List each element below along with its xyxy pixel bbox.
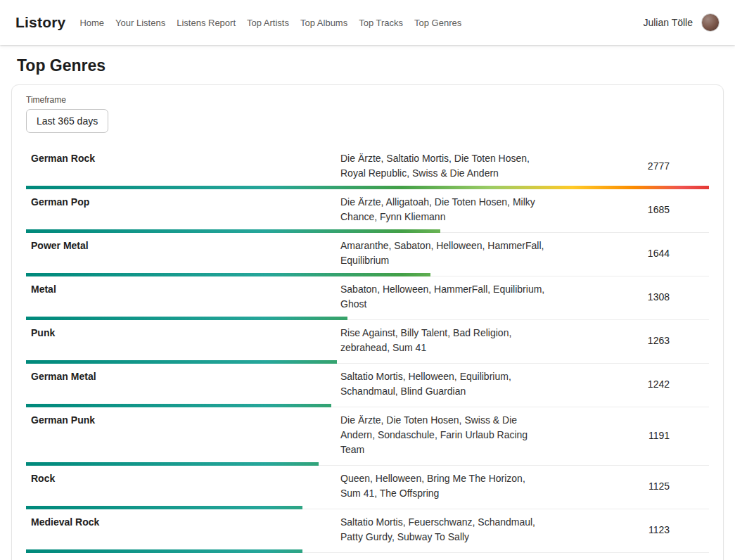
- page-title: Top Genres: [17, 56, 735, 75]
- genre-top-artists: Queen, Helloween, Bring Me The Horizon, …: [340, 471, 548, 501]
- genre-top-artists: Saltatio Mortis, Helloween, Equilibrium,…: [340, 369, 548, 399]
- genre-top-artists: Rise Against, Billy Talent, Bad Religion…: [340, 326, 548, 355]
- user-avatar[interactable]: [701, 13, 720, 32]
- user-menu: Julian Tölle: [643, 13, 720, 32]
- timeframe-select-button[interactable]: Last 365 days: [26, 109, 108, 133]
- genre-listen-count: 1191: [648, 430, 709, 441]
- genre-row: Power Metal Amaranthe, Sabaton, Hellowee…: [26, 233, 709, 276]
- top-nav-bar: Listory Home Your Listens Listens Report…: [0, 0, 735, 45]
- genre-row: Medieval Rock Saltatio Mortis, Feuerschw…: [26, 509, 709, 553]
- nav-item-listens-report[interactable]: Listens Report: [177, 18, 236, 28]
- genre-name: Medieval Rock: [26, 515, 340, 530]
- genre-listen-count: 1123: [648, 524, 709, 535]
- genre-top-artists: Die Ärzte, Die Toten Hosen, Swiss & Die …: [340, 413, 548, 457]
- nav-item-home[interactable]: Home: [79, 18, 104, 28]
- genre-name: Metal: [26, 282, 340, 297]
- genre-listen-count: 1263: [648, 335, 709, 346]
- genre-name: German Rock: [26, 151, 340, 166]
- main-nav: Home Your Listens Listens Report Top Art…: [79, 18, 461, 28]
- genre-row: German Pop Die Ärzte, Alligatoah, Die To…: [26, 189, 709, 233]
- timeframe-label: Timeframe: [26, 95, 709, 105]
- genre-row: Punk Rise Against, Billy Talent, Bad Rel…: [26, 320, 709, 364]
- user-name[interactable]: Julian Tölle: [643, 17, 693, 28]
- genre-row: German Rock Die Ärzte, Saltatio Mortis, …: [26, 146, 709, 189]
- genre-name: German Pop: [26, 195, 340, 210]
- nav-item-your-listens[interactable]: Your Listens: [115, 18, 165, 28]
- genre-listen-count: 2777: [648, 160, 709, 172]
- nav-item-top-albums[interactable]: Top Albums: [300, 18, 347, 28]
- genre-listen-count: 1125: [648, 481, 709, 492]
- genre-top-artists: Die Ärzte, Saltatio Mortis, Die Toten Ho…: [340, 151, 548, 181]
- genre-row: Melodic Metal Unleash The Archers, Hello…: [26, 553, 709, 560]
- genre-top-artists: Amaranthe, Sabaton, Helloween, HammerFal…: [340, 238, 548, 268]
- app-logo[interactable]: Listory: [15, 14, 65, 31]
- genre-name: Punk: [26, 326, 340, 341]
- genre-row: German Metal Saltatio Mortis, Helloween,…: [26, 364, 709, 407]
- genre-row: German Punk Die Ärzte, Die Toten Hosen, …: [26, 407, 709, 466]
- nav-item-top-tracks[interactable]: Top Tracks: [359, 18, 403, 28]
- genre-table: German Rock Die Ärzte, Saltatio Mortis, …: [26, 146, 709, 560]
- genre-listen-count: 1242: [648, 378, 709, 390]
- genre-top-artists: Die Ärzte, Alligatoah, Die Toten Hosen, …: [340, 195, 548, 224]
- top-genres-card: Timeframe Last 365 days German Rock Die …: [11, 84, 724, 560]
- genre-listen-count: 1644: [648, 248, 709, 259]
- genre-top-artists: Saltatio Mortis, Feuerschwanz, Schandmau…: [340, 515, 548, 545]
- nav-item-top-artists[interactable]: Top Artists: [247, 18, 289, 28]
- nav-item-top-genres[interactable]: Top Genres: [414, 18, 461, 28]
- genre-top-artists: Sabaton, Helloween, HammerFall, Equilibr…: [340, 282, 548, 312]
- genre-listen-count: 1685: [648, 204, 709, 215]
- genre-name: Power Metal: [26, 238, 340, 253]
- genre-row: Rock Queen, Helloween, Bring Me The Hori…: [26, 466, 709, 509]
- genre-listen-count: 1308: [648, 291, 709, 303]
- genre-name: German Punk: [26, 413, 340, 428]
- genre-name: Rock: [26, 471, 340, 486]
- genre-name: German Metal: [26, 369, 340, 384]
- genre-row: Metal Sabaton, Helloween, HammerFall, Eq…: [26, 276, 709, 320]
